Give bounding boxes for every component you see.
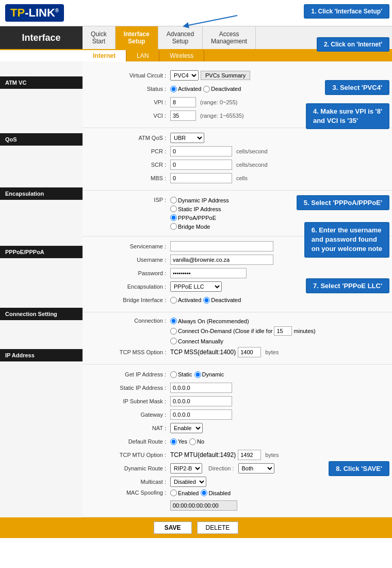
gateway-input[interactable] [170,409,232,420]
nav-quick-start[interactable]: QuickStart [83,26,116,49]
atm-qos-select[interactable]: UBRCBRVBR-nrtVBR-rt [170,133,204,143]
static-ip-label: Static IP Address : [88,385,170,391]
static-ip-input[interactable] [170,383,232,393]
tcp-mtu-row: TCP MTU Option : TCP MTU(default:1492) b… [88,449,387,461]
virtual-circuit-label: Virtual Circuit : [88,72,170,78]
password-label: Password : [88,270,170,276]
svg-line-0 [186,15,237,26]
password-row: Password : [88,267,387,279]
delete-button[interactable]: DELETE [197,522,239,534]
isp-dynamic[interactable]: Dynamic IP Address [170,197,229,203]
gateway-value [170,409,387,420]
nav-sidebar-label: Interface [0,26,83,49]
sub-nav-internet[interactable]: Internet [83,50,126,61]
gateway-label: Gateway : [88,412,170,418]
get-ip-dynamic[interactable]: Dynamic [194,371,224,378]
multicast-select[interactable]: DisabledIGMP-v1IGMP-v2 [170,477,206,487]
scr-input[interactable] [170,160,232,170]
vci-input[interactable] [170,111,196,121]
tcp-mss-prefix: TCP MSS(default:1400) [170,349,236,356]
logo-registered: ® [55,8,59,13]
mbs-label: MBS : [88,175,170,181]
status-activated[interactable]: Activated [170,86,201,92]
conn-manually[interactable]: Connect Manually [170,338,223,344]
atm-qos-row: ATM QoS : UBRCBRVBR-nrtVBR-rt [88,132,387,144]
callout-2: 2. Click on 'Internet' [317,37,389,52]
sub-nav: Internet LAN Wireless [83,50,392,61]
tcp-mss-input[interactable] [238,347,261,357]
username-input[interactable] [170,255,273,265]
callout-5: 5. Select 'PPPoA/PPPoE' [297,195,389,210]
conn-on-demand[interactable]: Connect On-Demand (Close if idle for min… [170,326,316,336]
vci-range: (range: 1~65535) [200,113,244,119]
bridge-deactivated[interactable]: Deactivated [203,297,241,304]
virtual-circuit-row: Virtual Circuit : PVC0PVC1PVC2PVC3 PVC4P… [88,70,387,81]
bridge-activated[interactable]: Activated [170,297,201,304]
scr-value: cells/second [170,160,387,170]
default-route-no[interactable]: No [189,438,204,445]
conn-always-on[interactable]: Always On (Recommended) [170,318,249,324]
idle-minutes-input[interactable] [274,326,292,336]
tcp-mtu-label: TCP MTU Option : [88,452,170,458]
default-route-yes[interactable]: Yes [170,438,187,445]
qos-section: ATM QoS : UBRCBRVBR-nrtVBR-rt PCR : cell… [83,128,392,191]
tcp-mtu-input[interactable] [238,450,261,460]
mac-enabled[interactable]: Enabled [170,490,199,496]
sub-nav-wireless[interactable]: Wireless [159,50,204,61]
sub-nav-lan[interactable]: LAN [126,50,159,61]
mac-disabled[interactable]: Disabled [201,490,231,496]
nav-interface-setup[interactable]: InterfaceSetup [116,26,158,49]
pcr-value: cells/second [170,146,387,156]
pcr-label: PCR : [88,148,170,154]
subnet-mask-input[interactable] [170,396,232,406]
content-area: ATM VC QoS Encapsulation PPPoE/PPPoA Con… [0,61,392,517]
section-label-encapsulation: Encapsulation [0,187,83,200]
tcp-mss-label: TCP MSS Option : [88,349,170,355]
isp-label: ISP : [88,197,170,203]
header: TP-LINK® 1. Click 'Interface Setup' [0,0,392,26]
scr-row: SCR : cells/second [88,159,387,170]
nat-value: EnableDisable [170,423,387,433]
vpi-input[interactable] [170,97,196,107]
pcr-input[interactable] [170,146,232,156]
vpi-label: VPI : [88,99,170,105]
section-label-qos: QoS [0,133,83,146]
static-ip-value [170,383,387,393]
dynamic-route-select[interactable]: RIP2-BRIP1OSPF [170,463,202,474]
mbs-input[interactable] [170,173,232,183]
callout-1: 1. Click 'Interface Setup' [304,4,389,19]
scr-label: SCR : [88,162,170,168]
vci-label: VCI : [88,113,170,119]
default-route-row: Default Route : Yes No [88,436,387,447]
password-input[interactable] [170,268,247,278]
subnet-mask-row: IP Subnet Mask : [88,396,387,407]
isp-bridge[interactable]: Bridge Mode [170,223,210,230]
virtual-circuit-select[interactable]: PVC0PVC1PVC2PVC3 PVC4PVC5PVC6PVC7 [170,70,199,81]
password-value [170,268,387,278]
status-deactivated[interactable]: Deactivated [203,86,241,92]
nat-select[interactable]: EnableDisable [170,423,203,433]
multicast-value: DisabledIGMP-v1IGMP-v2 [170,477,387,487]
save-button[interactable]: SAVE [154,522,192,534]
mac-address-input[interactable] [170,500,237,511]
nat-label: NAT : [88,425,170,431]
section-label-connection: Connection Setting [0,308,83,320]
section-label-pppoe-pppoa: PPPoE/PPPoA [0,246,83,258]
isp-static[interactable]: Static IP Address [170,206,221,212]
get-ip-static[interactable]: Static [170,371,192,378]
tcp-mss-value: TCP MSS(default:1400) bytes [170,347,387,357]
servicename-input[interactable] [170,241,273,251]
isp-pppoe[interactable]: PPPoA/PPPoE [170,214,216,221]
callout-8: 8. Click 'SAVE' [329,461,389,476]
connection-setting-section: Connection : Always On (Recommended) Con… [83,312,392,365]
logo: TP-LINK® [5,4,64,22]
mbs-row: MBS : cells [88,172,387,184]
tcp-mss-unit: bytes [265,349,279,355]
direction-label: Direction : [208,465,234,471]
pvcs-summary-button[interactable]: PVCs Summary [201,71,250,80]
connection-row: Connection : Always On (Recommended) Con… [88,317,387,344]
encapsulation-select[interactable]: PPPoE LLC PPPoE VC-Mux PPPoA LLC PPPoA V… [170,281,222,292]
direction-select[interactable]: BothNoneIn OnlyOut Only [238,463,274,474]
vpi-range: (range: 0~255) [200,99,237,105]
mac-spoofing-value: Enabled Disabled [170,490,387,511]
